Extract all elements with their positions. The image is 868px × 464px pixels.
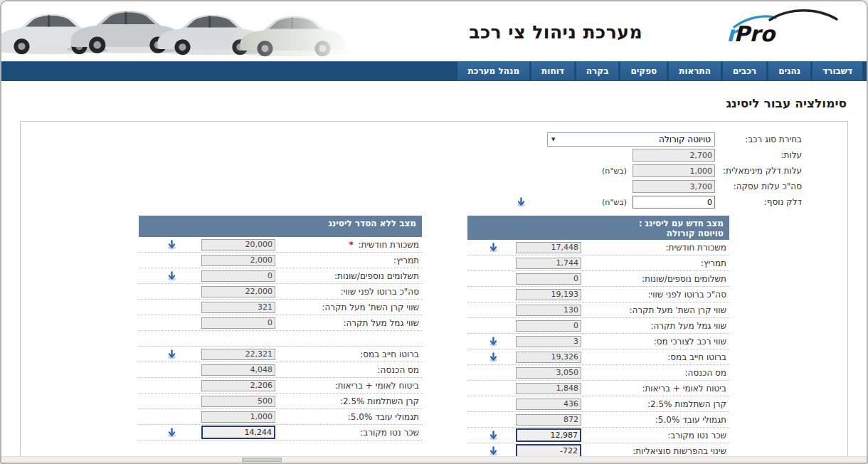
app-window: מערכת ניהול צי רכב Car Pro דשבורדנהגיםרכ… — [0, 0, 868, 464]
panel-row-gemel-above-cap: שווי גמל מעל תקרה: — [139, 315, 422, 331]
field-input-extra-fuel[interactable] — [633, 196, 715, 209]
panel-row-total-gross-before-value: סה"כ ברוטו לפני שווי: — [139, 284, 422, 300]
horizontal-scrollbar[interactable] — [1, 456, 867, 463]
row-input-incentive — [516, 258, 581, 269]
row-input-study-fund-2-5 — [201, 396, 275, 407]
row-label-incentive: תמריץ: — [581, 258, 726, 268]
row-label-additional-payments: תשלומים נוספים/שונות: — [581, 274, 726, 284]
panel-title-line1: מצב ללא הסדר ליסינג — [144, 218, 416, 228]
row-input-total-gross-before-value — [516, 289, 581, 300]
row-label-incentive: תמריץ: — [275, 255, 419, 265]
panel-row-monthly-salary: משכורת חודשית: — [467, 240, 729, 255]
row-input-study-fund-above-cap — [516, 305, 581, 316]
row-input-taxable-gross — [201, 349, 275, 360]
panel-row-employee-benefits-5-0: תגמולי עובד 5.0%: — [139, 409, 422, 425]
tooltip-down-arrow-icon[interactable] — [489, 337, 498, 347]
panel-row-national-insurance-health: ביטוח לאומי + בריאות: — [139, 378, 422, 394]
field-row-min-fuel-cost: עלות דלק מינימאלית:(בש"ח) — [21, 163, 802, 179]
panel-row-incentive: תמריץ: — [467, 255, 729, 271]
carpro-logo-graphic: Car Pro — [729, 6, 842, 50]
tooltip-down-arrow-icon[interactable] — [167, 271, 176, 281]
simulation-form: בחירת סוג רכב: טויוטה קורולה ▼ עלות:עלות… — [20, 121, 848, 464]
field-input-total-deal-cost — [633, 180, 715, 193]
row-input-additional-payments — [201, 270, 275, 282]
row-label-study-fund-above-cap: שווי קרן השת' מעל תקרה: — [275, 302, 419, 312]
panel-with-leasing: מצב חדש עם ליסינג : טויוטה קורולה משכורת… — [467, 216, 729, 459]
field-row-extra-fuel: דלק נוסף:(בש"ח) — [21, 194, 802, 210]
top-form-rows: עלות:עלות דלק מינימאלית:(בש"ח)סה"כ עלות … — [21, 147, 847, 210]
row-input-total-gross-before-value — [201, 286, 275, 297]
nav-tab-alerts[interactable]: התראות — [669, 61, 721, 81]
panel-title-line2: טויוטה קורולה — [473, 228, 724, 238]
down-arrow-icon — [489, 337, 498, 347]
panel-row-approx-net-salary: שכר נטו מקורב: — [467, 428, 729, 443]
row-label-monthly-salary: משכורת חודשית: * — [275, 240, 419, 250]
field-row-vehicle-type: בחירת סוג רכב: טויוטה קורולה ▼ — [21, 132, 802, 147]
down-arrow-icon — [517, 197, 526, 207]
panel-header-without-leasing: מצב ללא הסדר ליסינג — [139, 216, 422, 237]
tooltip-down-arrow-icon[interactable] — [167, 428, 176, 438]
row-input-national-insurance-health — [516, 383, 581, 394]
down-arrow-icon — [489, 352, 498, 362]
row-label-total-gross-before-value: סה"כ ברוטו לפני שווי: — [275, 287, 419, 297]
vehicle-type-select[interactable]: טויוטה קורולה ▼ — [547, 132, 715, 147]
nav-tab-control[interactable]: בקרה — [576, 61, 619, 81]
tooltip-down-arrow-icon[interactable] — [167, 240, 176, 250]
tooltip-down-arrow-icon[interactable] — [489, 431, 498, 441]
row-label-national-insurance-health: ביטוח לאומי + בריאות: — [581, 384, 726, 394]
field-label-extra-fuel: דלק נוסף: — [715, 197, 802, 207]
carpro-logo: Car Pro — [729, 6, 842, 50]
panel-row-study-fund-above-cap: שווי קרן השת' מעל תקרה: — [139, 300, 422, 315]
tooltip-down-arrow-icon[interactable] — [167, 349, 176, 359]
field-row-total-deal-cost: סה"כ עלות עסקה: — [21, 179, 802, 194]
nav-tab-dashboard[interactable]: דשבורד — [813, 61, 862, 81]
row-label-monthly-salary: משכורת חודשית: — [581, 243, 726, 253]
tooltip-down-arrow-icon[interactable] — [489, 243, 498, 253]
row-input-additional-payments — [516, 273, 581, 285]
panel-row-additional-payments: תשלומים נוספים/שונות: — [139, 268, 422, 284]
required-asterisk: * — [349, 240, 353, 250]
header-banner: מערכת ניהול צי רכב Car Pro — [1, 1, 867, 61]
logo-text-pro: Pro — [734, 21, 777, 46]
panel-rows-with-leasing: משכורת חודשית: תמריץ:תשלומים נוספים/שונו… — [467, 240, 729, 459]
app-title: מערכת ניהול צי רכב — [469, 22, 642, 43]
row-input-income-tax — [516, 367, 581, 379]
tooltip-down-arrow-icon[interactable] — [517, 197, 526, 207]
row-input-gemel-above-cap — [516, 320, 581, 332]
row-input-car-tax-value — [516, 336, 581, 347]
nav-tab-reports[interactable]: דוחות — [531, 61, 574, 81]
page-title: סימולציה עבור ליסינג — [21, 95, 847, 111]
panel-row-income-tax: מס הכנסה: — [467, 365, 729, 381]
row-label-employee-benefits-5-0: תגמולי עובד 5.0%: — [581, 415, 726, 425]
panel-row-taxable-gross: ברוטו חייב במס: — [467, 349, 729, 365]
row-label-taxable-gross: ברוטו חייב במס: — [275, 349, 419, 359]
cars-banner-image — [1, 1, 357, 61]
panel-row-taxable-gross: ברוטו חייב במס: — [139, 347, 422, 362]
panel-row-income-tax: מס הכנסה: — [139, 362, 422, 378]
tooltip-down-arrow-icon[interactable] — [489, 446, 498, 456]
field-label-vehicle-type: בחירת סוג רכב: — [715, 135, 802, 144]
panel-row-monthly-salary: משכורת חודשית: * — [139, 237, 422, 253]
scrollbar-thumb[interactable] — [242, 458, 282, 462]
panel-row-study-fund-2-5: קרן השתלמות 2.5%: — [139, 394, 422, 409]
row-label-national-insurance-health: ביטוח לאומי + בריאות: — [275, 381, 419, 391]
top-form: בחירת סוג רכב: טויוטה קורולה ▼ עלות:עלות… — [21, 132, 847, 210]
panel-row-incentive: תמריץ: — [139, 253, 422, 268]
nav-tab-suppliers[interactable]: ספקים — [620, 61, 667, 81]
spacer-row — [139, 331, 422, 347]
row-input-monthly-salary — [516, 242, 581, 253]
row-input-approx-net-salary — [201, 426, 275, 439]
chevron-down-icon: ▼ — [551, 137, 555, 142]
nav-tab-vehicles[interactable]: רכבים — [723, 61, 766, 81]
panel-row-national-insurance-health: ביטוח לאומי + בריאות: — [467, 381, 729, 396]
field-label-cost: עלות: — [715, 150, 802, 160]
comparison-panels: מצב חדש עם ליסינג : טויוטה קורולה משכורת… — [21, 216, 847, 459]
nav-tab-drivers[interactable]: נהגים — [768, 61, 810, 81]
nav-tab-system-admin[interactable]: מנהל מערכת — [457, 61, 529, 81]
tooltip-down-arrow-icon[interactable] — [489, 352, 498, 362]
row-label-social-contrib-change: שינוי בהפרשות סוציאליות: — [581, 446, 726, 456]
main-nav: דשבורדנהגיםרכביםהתראותספקיםבקרהדוחותמנהל… — [1, 61, 867, 81]
row-label-approx-net-salary: שכר נטו מקורב: — [275, 428, 419, 438]
panel-rows-without-leasing: משכורת חודשית: * תמריץ:תשלומים נוספים/שו… — [139, 237, 422, 441]
panel-row-car-tax-value: שווי רכב לצורכי מס: — [467, 334, 729, 349]
